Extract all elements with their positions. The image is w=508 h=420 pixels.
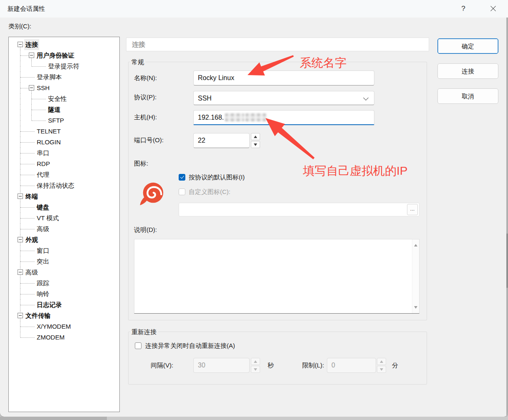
tree-item-label[interactable]: RLOGIN <box>35 137 62 148</box>
tree-item-label[interactable]: TELNET <box>35 126 62 137</box>
tree-item-外观[interactable]: 外观 <box>9 234 119 245</box>
tree-collapse-icon[interactable] <box>29 53 34 58</box>
limit-label: 限制(L): <box>302 362 324 370</box>
tree-item-登录脚本[interactable]: 登录脚本 <box>9 72 119 83</box>
tree-item-SSH[interactable]: SSH <box>9 83 119 93</box>
spin-down-button[interactable] <box>251 141 260 148</box>
tree-item-label[interactable]: 终端 <box>24 191 39 202</box>
auto-reconnect-checkbox-label[interactable]: 连接异常关闭时自动重新连接(A) <box>145 342 235 350</box>
tree-item-TELNET[interactable]: TELNET <box>9 126 119 137</box>
tree-collapse-icon[interactable] <box>18 269 23 275</box>
tree-item-串口[interactable]: 串口 <box>9 148 119 158</box>
page-scrollbar[interactable] <box>506 18 508 417</box>
triangle-down-icon <box>380 368 383 371</box>
tree-item-窗口[interactable]: 窗口 <box>9 245 119 256</box>
tree-item-label[interactable]: RDP <box>35 158 51 169</box>
interval-unit: 秒 <box>268 362 274 370</box>
tree-item-label[interactable]: 代理 <box>35 169 51 180</box>
tree-item-响铃[interactable]: 响铃 <box>9 289 119 299</box>
tree-item-label[interactable]: 文件传输 <box>24 310 52 321</box>
tree-collapse-icon[interactable] <box>18 194 23 199</box>
tree-item-文件传输[interactable]: 文件传输 <box>9 310 119 321</box>
help-button[interactable]: ? <box>457 0 470 18</box>
tree-item-label[interactable]: 外观 <box>24 234 39 245</box>
tree-item-label[interactable]: 高级 <box>35 224 51 234</box>
tree-collapse-icon[interactable] <box>18 313 23 318</box>
tree-item-日志记录[interactable]: 日志记录 <box>9 299 119 310</box>
close-button[interactable] <box>486 0 500 18</box>
tree-item-label[interactable]: VT 模式 <box>35 213 60 224</box>
tree-item-跟踪[interactable]: 跟踪 <box>9 278 119 289</box>
tree-item-label[interactable]: X/YMODEM <box>35 321 72 332</box>
tree-item-label[interactable]: 登录提示符 <box>47 61 81 72</box>
tree-collapse-icon[interactable] <box>18 237 23 242</box>
port-spinner <box>251 133 260 148</box>
host-input[interactable]: 192.168. <box>193 110 374 125</box>
tree-line <box>20 164 20 169</box>
tree-line <box>20 251 35 251</box>
tree-item-ZMODEM[interactable]: ZMODEM <box>9 332 119 343</box>
tree-item-键盘[interactable]: 键盘 <box>9 202 119 213</box>
default-icon-checkbox-label[interactable]: 按协议的默认图标(I) <box>189 174 245 181</box>
tree-item-label[interactable]: 突出 <box>35 256 51 267</box>
tree-item-label[interactable]: 跟踪 <box>35 278 51 289</box>
tree-item-安全性[interactable]: 安全性 <box>9 93 119 104</box>
tree-collapse-icon[interactable] <box>29 85 34 91</box>
tree-item-VT 模式[interactable]: VT 模式 <box>9 213 119 224</box>
tree-item-label[interactable]: ZMODEM <box>35 332 66 343</box>
tree-collapse-icon[interactable] <box>18 42 23 47</box>
tree-item-label[interactable]: 响铃 <box>35 289 51 299</box>
tree-line <box>20 213 20 218</box>
ok-button[interactable]: 确定 <box>437 38 498 54</box>
tree-item-label[interactable]: 保持活动状态 <box>35 180 76 191</box>
tree-item-高级[interactable]: 高级 <box>9 267 119 278</box>
browse-button[interactable]: ... <box>407 204 418 215</box>
name-input[interactable] <box>193 70 374 86</box>
tree-item-label[interactable]: 安全性 <box>47 93 68 104</box>
name-label: 名称(N): <box>134 74 157 82</box>
protocol-select[interactable]: SSH <box>193 91 374 105</box>
port-input[interactable] <box>193 133 250 148</box>
tree-line <box>20 278 20 283</box>
tree-item-高级[interactable]: 高级 <box>9 224 119 234</box>
tree-item-label[interactable]: 隧道 <box>47 104 62 115</box>
tree-item-RDP[interactable]: RDP <box>9 158 119 169</box>
tree-item-label[interactable]: 窗口 <box>35 245 51 256</box>
tree-item-隧道[interactable]: 隧道 <box>9 104 119 115</box>
tree-item-label[interactable]: SFTP <box>47 115 65 126</box>
tree-item-label[interactable]: 串口 <box>35 148 51 158</box>
tree-item-登录提示符[interactable]: 登录提示符 <box>9 61 119 72</box>
tree-item-label[interactable]: 日志记录 <box>35 299 63 310</box>
tree-item-label[interactable]: 用户身份验证 <box>35 50 76 61</box>
tree-item-label[interactable]: SSH <box>35 83 51 93</box>
tree-item-X/YMODEM[interactable]: X/YMODEM <box>9 321 119 332</box>
tree-item-终端[interactable]: 终端 <box>9 191 119 202</box>
spin-up-button[interactable] <box>251 133 260 140</box>
tree-item-突出[interactable]: 突出 <box>9 256 119 267</box>
connect-button[interactable]: 连接 <box>437 63 498 79</box>
tree-item-label[interactable]: 登录脚本 <box>35 72 63 83</box>
tree-line <box>20 99 20 104</box>
tree-line <box>20 229 35 229</box>
default-icon-checkbox[interactable] <box>179 174 185 181</box>
tree-line <box>20 164 35 164</box>
page-scrollbar-thumb[interactable] <box>506 234 508 288</box>
cancel-button[interactable]: 取消 <box>437 88 498 104</box>
tree-line <box>20 153 20 158</box>
tree-item-RLOGIN[interactable]: RLOGIN <box>9 137 119 148</box>
tree-item-label[interactable]: 键盘 <box>35 202 51 213</box>
auto-reconnect-checkbox[interactable] <box>135 342 142 349</box>
tree-item-SFTP[interactable]: SFTP <box>9 115 119 126</box>
tree-line <box>20 55 29 56</box>
tree-line <box>20 256 20 262</box>
tree-item-保持活动状态[interactable]: 保持活动状态 <box>9 180 119 191</box>
tree-item-label[interactable]: 连接 <box>24 39 39 50</box>
general-group-label: 常规 <box>130 58 146 66</box>
tree-item-连接[interactable]: 连接 <box>9 39 119 50</box>
tree-item-用户身份验证[interactable]: 用户身份验证 <box>9 50 119 61</box>
tree-item-label[interactable]: 高级 <box>24 267 39 278</box>
tree-item-代理[interactable]: 代理 <box>9 169 119 180</box>
description-scrollbar[interactable] <box>412 239 419 313</box>
tree-line <box>20 88 29 88</box>
description-textarea[interactable] <box>134 239 412 313</box>
